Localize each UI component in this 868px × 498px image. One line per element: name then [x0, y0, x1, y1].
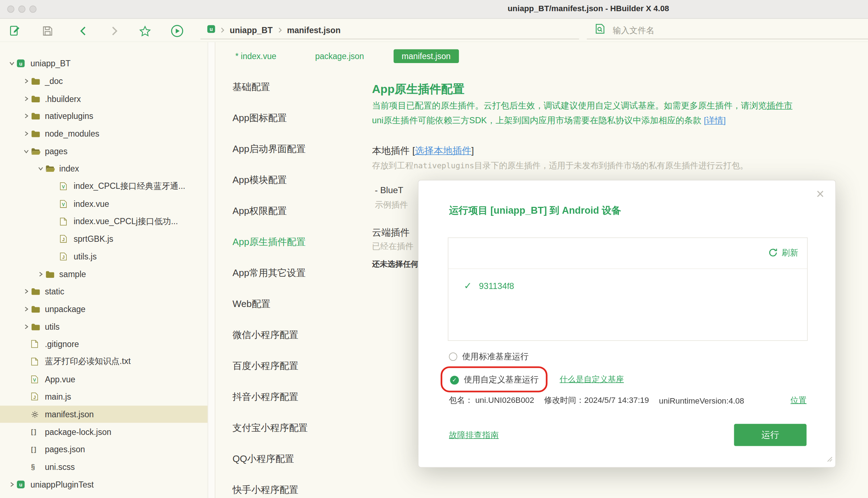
tree-item[interactable]: nativeplugins — [0, 107, 208, 125]
manifest-nav-item[interactable]: App图标配置 — [232, 112, 308, 143]
manifest-nav-item[interactable]: 支付宝小程序配置 — [232, 422, 308, 453]
plugin-list-item[interactable]: - BlueT — [375, 185, 403, 195]
manifest-nav-item[interactable]: 基础配置 — [232, 81, 308, 112]
breadcrumb[interactable]: u uniapp_BT manifest.json — [200, 21, 579, 39]
resize-grip[interactable] — [826, 454, 832, 464]
tree-item[interactable]: JsprtGBK.js — [0, 230, 208, 248]
manifest-nav-item[interactable]: QQ小程序配置 — [232, 453, 308, 484]
what-is-custom-base-link[interactable]: 什么是自定义基座 — [560, 374, 624, 384]
chevron-right-icon[interactable] — [21, 324, 31, 329]
tree-item[interactable]: VApp.vue — [0, 370, 208, 388]
file-search-box[interactable] — [587, 21, 868, 39]
manifest-nav-item[interactable]: Web配置 — [232, 298, 308, 329]
tab-index.vue[interactable]: * index.vue — [235, 49, 276, 63]
breadcrumb-file[interactable]: manifest.json — [287, 25, 340, 35]
chevron-down-icon[interactable] — [6, 61, 17, 66]
tree-item[interactable]: .gitignore — [0, 335, 208, 353]
traffic-light-zoom-button[interactable] — [29, 5, 36, 13]
tree-item[interactable]: unpackage — [0, 300, 208, 318]
chevron-down-icon[interactable] — [21, 149, 31, 154]
tree-item-label: App.vue — [45, 374, 75, 384]
breadcrumb-project[interactable]: uniapp_BT — [230, 25, 273, 35]
tab-package.json[interactable]: package.json — [315, 49, 364, 63]
save-button[interactable] — [40, 24, 55, 38]
tree-item-label: sprtGBK.js — [74, 234, 113, 244]
chevron-right-icon[interactable] — [21, 79, 31, 84]
json-icon: [ ] — [31, 428, 44, 436]
tree-item[interactable]: pages — [0, 142, 208, 160]
tree-item[interactable]: index — [0, 160, 208, 178]
manifest-nav-item[interactable]: 微信小程序配置 — [232, 329, 308, 360]
tree-item[interactable]: index.vue_CPCLj接口低功... — [0, 213, 208, 230]
radio-unselected-icon[interactable] — [449, 352, 457, 361]
refresh-icon[interactable] — [769, 248, 778, 259]
troubleshoot-guide-link[interactable]: 故障排查指南 — [449, 430, 499, 440]
device-row[interactable]: ✓ 931134f8 — [448, 280, 807, 292]
tree-item[interactable]: utils — [0, 318, 208, 335]
tree-item[interactable]: sample — [0, 265, 208, 283]
tree-item[interactable]: node_modules — [0, 125, 208, 143]
editor-tabs: * index.vuepackage.jsonmanifest.json — [235, 48, 459, 64]
close-icon[interactable]: × — [816, 187, 824, 201]
new-file-button[interactable] — [8, 24, 22, 38]
manifest-nav-item[interactable]: App原生插件配置 — [232, 236, 308, 267]
tree-item-label: index.vue_CPCLj接口低功... — [74, 216, 178, 227]
tree-item[interactable]: 蓝牙打印必读知识点.txt — [0, 353, 208, 370]
chevron-down-icon[interactable] — [35, 166, 45, 171]
chevron-right-icon[interactable] — [21, 114, 31, 119]
run-project-button[interactable] — [170, 24, 184, 38]
radio-selected-icon[interactable]: ✓ — [450, 375, 459, 384]
manifest-nav-item[interactable]: App启动界面配置 — [232, 143, 308, 174]
plugin-market-link[interactable]: 插件市 — [767, 101, 792, 110]
chevron-right-icon[interactable] — [6, 482, 17, 487]
navigate-forward-button[interactable] — [107, 24, 122, 38]
tree-item[interactable]: manifest.json — [0, 405, 208, 423]
traffic-light-minimize-button[interactable] — [18, 5, 26, 13]
tab-manifest.json[interactable]: manifest.json — [393, 49, 459, 63]
run-button[interactable]: 运行 — [734, 424, 806, 446]
manifest-nav-item[interactable]: App模块配置 — [232, 174, 308, 205]
traffic-light-close-button[interactable] — [7, 5, 14, 13]
refresh-button[interactable]: 刷新 — [781, 248, 798, 258]
manifest-nav-item[interactable]: 抖音小程序配置 — [232, 391, 308, 422]
tree-item-label: index — [59, 164, 79, 173]
radio-standard-label: 使用标准基座运行 — [462, 351, 528, 362]
chevron-right-icon[interactable] — [21, 307, 31, 312]
chevron-right-icon[interactable] — [21, 131, 31, 136]
file-search-input[interactable] — [613, 25, 868, 35]
manifest-nav-item[interactable]: 百度小程序配置 — [232, 360, 308, 391]
chevron-left-icon — [79, 26, 86, 36]
manifest-nav-item[interactable]: App权限配置 — [232, 205, 308, 236]
runtime-version: uniRuntimeVersion:4.08 — [659, 396, 744, 405]
tree-item[interactable]: Vindex.vue — [0, 195, 208, 213]
navigate-back-button[interactable] — [75, 24, 90, 38]
chevron-right-icon[interactable] — [35, 271, 45, 276]
tree-item-label: _doc — [45, 76, 63, 86]
tree-item[interactable]: Jutils.js — [0, 248, 208, 265]
tree-item[interactable]: [ ]pages.json — [0, 441, 208, 458]
tree-item[interactable]: _doc — [0, 72, 208, 90]
radio-standard-base[interactable]: 使用标准基座运行 — [449, 351, 528, 362]
tree-item[interactable]: .hbuilderx — [0, 90, 208, 107]
tree-item[interactable]: Jmain.js — [0, 388, 208, 406]
tree-item[interactable]: [ ]package-lock.json — [0, 423, 208, 441]
details-link[interactable]: [详情] — [704, 116, 726, 125]
chevron-right-icon[interactable] — [21, 96, 31, 101]
select-local-plugin-link[interactable]: 选择本地插件 — [415, 146, 471, 156]
location-link[interactable]: 位置 — [790, 395, 807, 405]
radio-custom-base[interactable]: ✓ 使用自定义基座运行 — [450, 375, 539, 385]
favorite-star-button[interactable] — [138, 24, 152, 38]
manifest-nav-item[interactable]: App常用其它设置 — [232, 267, 308, 298]
explorer-scrollbar[interactable] — [208, 42, 215, 498]
breadcrumb-separator-icon — [220, 25, 225, 35]
tree-item[interactable]: uuniappPluginTest — [0, 476, 208, 493]
tree-item[interactable]: uuniapp_BT — [0, 55, 208, 72]
chevron-right-icon[interactable] — [21, 289, 31, 294]
tree-item[interactable]: Vindex_CPCL接口经典蓝牙通... — [0, 178, 208, 195]
tree-item[interactable]: §uni.scss — [0, 458, 208, 476]
manifest-nav-item[interactable]: 快手小程序配置 — [232, 484, 308, 498]
folder-icon — [31, 95, 44, 102]
tree-item-label: sample — [59, 269, 86, 279]
run-to-android-dialog: × 运行项目 [uniapp_BT] 到 Android 设备 刷新 ✓ 931… — [418, 180, 836, 468]
tree-item[interactable]: static — [0, 283, 208, 301]
